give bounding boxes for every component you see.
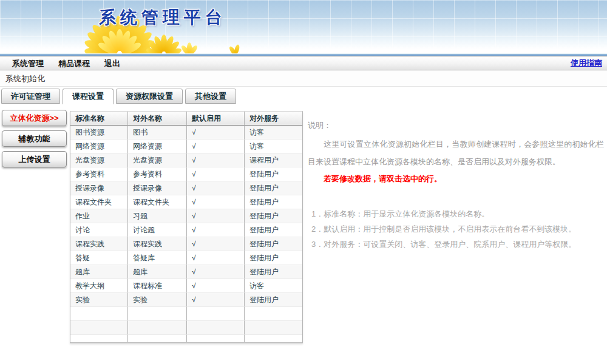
col-header-standard-name: 标准名称 (70, 112, 128, 126)
table-row[interactable]: 题库题库√登陆用户 (70, 265, 302, 279)
table-row[interactable]: 授课录像授课录像√登陆用户 (70, 181, 302, 195)
cell-external-name: 参考资料 (128, 167, 187, 181)
cell-external-name: 习题 (128, 209, 187, 223)
cell-external-name: 网络资源 (128, 140, 187, 153)
cell-external-name: 课程实践 (128, 237, 187, 251)
cell-standard-name: 授课录像 (70, 181, 128, 195)
header-row: 标准名称 对外名称 默认启用 对外服务 (70, 112, 302, 126)
cell-external-name: 实验 (128, 293, 187, 307)
cell-external-service: 登陆用户 (245, 223, 302, 237)
menu-item-1[interactable]: 精品课程 (51, 57, 97, 70)
cell-default-enabled: √ (187, 209, 245, 223)
sidebar-button-2[interactable]: 上传设置 (2, 151, 67, 167)
cell-standard-name: 光盘资源 (70, 153, 128, 167)
menu-item-2[interactable]: 退出 (97, 57, 127, 70)
table-row[interactable]: 作业习题√登陆用户 (70, 209, 302, 223)
cell-standard-name: 图书资源 (70, 126, 128, 140)
sidebar-button-0[interactable]: 立体化资源>> (2, 110, 67, 126)
note-item-1: 2．默认启用：用于控制是否启用该模块，不启用表示在前台看不到该模块。 (308, 221, 604, 237)
cell-default-enabled: √ (187, 181, 245, 195)
cell-external-service: 登陆用户 (245, 265, 302, 279)
tab-1[interactable]: 课程设置 (63, 89, 114, 104)
resource-table-head: 标准名称 对外名称 默认启用 对外服务 (70, 112, 302, 126)
cell-external-name: 课程文件夹 (128, 195, 187, 209)
cell-default-enabled: √ (187, 251, 245, 265)
note-item-2: 3．对外服务：可设置关闭、访客、登录用户、院系用户、课程用户等权限。 (308, 237, 604, 252)
cell-standard-name: 实验 (70, 293, 128, 307)
tab-0[interactable]: 许可证管理 (1, 89, 60, 104)
cell-standard-name: 课程实践 (70, 237, 128, 251)
empty-table-row[interactable] (70, 307, 302, 321)
notes-title: 说明： (308, 120, 604, 131)
cell-external-name: 答疑库 (128, 251, 187, 265)
empty-table-row[interactable] (70, 321, 302, 335)
cell-external-service: 登陆用户 (245, 195, 302, 209)
table-row[interactable]: 课程文件夹课程文件夹√登陆用户 (70, 195, 302, 209)
cell-default-enabled: √ (187, 153, 245, 167)
cell-default-enabled: √ (187, 195, 245, 209)
notes-warning: 若要修改数据，请双击选中的行。 (308, 170, 604, 187)
table-row[interactable]: 教学大纲课程标准√访客 (70, 279, 302, 293)
empty-cell (187, 307, 245, 321)
page-title: 系统管理平台 (99, 6, 226, 29)
cell-external-service: 课程用户 (245, 153, 302, 167)
resource-table: 标准名称 对外名称 默认启用 对外服务 图书资源图书√访客网络资源网络资源√访客… (70, 111, 303, 343)
notes-list: 1．标准名称：用于显示立体化资源各模块的名称。2．默认启用：用于控制是否启用该模… (308, 206, 604, 252)
resource-table-body: 图书资源图书√访客网络资源网络资源√访客光盘资源光盘资源√课程用户参考资料参考资… (70, 126, 302, 342)
col-header-default-enabled: 默认启用 (187, 112, 245, 126)
empty-cell (70, 307, 128, 321)
cell-external-name: 图书 (128, 126, 187, 140)
breadcrumb: 系统初始化 (0, 70, 607, 87)
table-row[interactable]: 讨论讨论题√登陆用户 (70, 223, 302, 237)
cell-standard-name: 课程文件夹 (70, 195, 128, 209)
empty-cell (245, 307, 302, 321)
table-row[interactable]: 网络资源网络资源√访客 (70, 140, 302, 153)
empty-cell (70, 321, 128, 335)
empty-cell (187, 335, 245, 342)
tab-2[interactable]: 资源权限设置 (116, 89, 183, 104)
col-header-external-name: 对外名称 (128, 112, 187, 126)
user-guide-link[interactable]: 使用指南 (571, 56, 602, 70)
table-row[interactable]: 课程实践课程实践√登陆用户 (70, 237, 302, 251)
cell-external-service: 登陆用户 (245, 181, 302, 195)
empty-table-row[interactable] (70, 335, 302, 342)
cell-external-service: 登陆用户 (245, 293, 302, 307)
cell-standard-name: 网络资源 (70, 140, 128, 153)
table-row[interactable]: 答疑答疑库√登陆用户 (70, 251, 302, 265)
cell-standard-name: 教学大纲 (70, 279, 128, 293)
menu-item-0[interactable]: 系统管理 (5, 57, 51, 70)
table-row[interactable]: 参考资料参考资料√登陆用户 (70, 167, 302, 181)
note-item-0: 1．标准名称：用于显示立体化资源各模块的名称。 (308, 206, 604, 221)
cell-external-service: 登陆用户 (245, 251, 302, 265)
empty-cell (128, 335, 187, 342)
empty-cell (187, 321, 245, 335)
table-row[interactable]: 图书资源图书√访客 (70, 126, 302, 140)
notes-paragraph: 这里可设置立体化资源初始化栏目，当教师创建课程时，会参照这里的初始化栏目来设置课… (308, 135, 604, 170)
cell-external-name: 题库 (128, 265, 187, 279)
top-menu-bar: 系统管理精品课程退出 使用指南 (0, 56, 607, 70)
cell-external-service: 登陆用户 (245, 167, 302, 181)
cell-default-enabled: √ (187, 167, 245, 181)
table-row[interactable]: 光盘资源光盘资源√课程用户 (70, 153, 302, 167)
table-row[interactable]: 实验实验√登陆用户 (70, 293, 302, 307)
notes-panel: 说明： 这里可设置立体化资源初始化栏目，当教师创建课程时，会参照这里的初始化栏目… (308, 120, 604, 252)
cell-external-service: 登陆用户 (245, 209, 302, 223)
menu-items: 系统管理精品课程退出 (5, 58, 127, 68)
header-banner: 系统管理平台 (0, 0, 607, 53)
cell-external-service: 访客 (245, 279, 302, 293)
empty-cell (128, 307, 187, 321)
tab-3[interactable]: 其他设置 (185, 89, 236, 104)
empty-cell (70, 335, 128, 342)
cell-external-service: 访客 (245, 140, 302, 153)
sidebar-button-1[interactable]: 辅教功能 (2, 130, 67, 147)
cell-external-service: 登陆用户 (245, 237, 302, 251)
cell-standard-name: 答疑 (70, 251, 128, 265)
cell-standard-name: 题库 (70, 265, 128, 279)
sidebar: 立体化资源>>辅教功能上传设置 (2, 110, 67, 172)
cell-standard-name: 参考资料 (70, 167, 128, 181)
cell-default-enabled: √ (187, 279, 245, 293)
cell-standard-name: 作业 (70, 209, 128, 223)
cell-default-enabled: √ (187, 265, 245, 279)
cell-default-enabled: √ (187, 293, 245, 307)
cell-external-name: 授课录像 (128, 181, 187, 195)
